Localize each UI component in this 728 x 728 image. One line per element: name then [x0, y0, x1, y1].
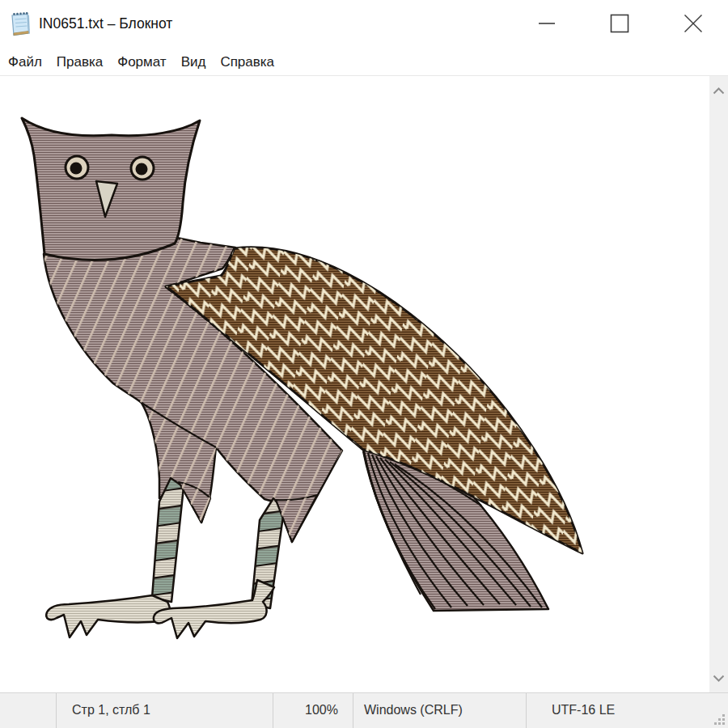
- owl-artwork: [0, 76, 709, 692]
- status-spacer: [0, 693, 56, 728]
- close-icon: [684, 14, 703, 33]
- minimize-icon: [538, 15, 556, 32]
- scroll-up-button[interactable]: [709, 83, 728, 99]
- status-cursor-position: Стр 1, стлб 1: [56, 693, 273, 728]
- menu-edit[interactable]: Правка: [49, 49, 110, 75]
- notepad-icon: [6, 10, 32, 39]
- vertical-scrollbar[interactable]: [709, 76, 728, 692]
- owl-left-eye: [66, 156, 88, 179]
- notepad-window: IN0651.txt – Блокнот Файл Правка Формат …: [0, 0, 728, 728]
- text-area[interactable]: [0, 76, 728, 692]
- title-bar: IN0651.txt – Блокнот: [0, 0, 728, 49]
- status-bar: Стр 1, стлб 1 100% Windows (CRLF) UTF-16…: [0, 692, 728, 728]
- chevron-down-icon: [713, 675, 725, 682]
- chevron-up-icon: [713, 87, 725, 95]
- maximize-icon: [610, 14, 629, 33]
- menu-format[interactable]: Формат: [110, 49, 173, 75]
- owl-right-eye: [131, 157, 154, 180]
- scroll-down-button[interactable]: [709, 670, 728, 686]
- status-encoding-label: UTF-16 LE: [552, 703, 615, 717]
- minimize-button[interactable]: [528, 5, 565, 42]
- status-encoding: UTF-16 LE: [526, 693, 728, 728]
- menu-view[interactable]: Вид: [174, 49, 214, 75]
- menu-help[interactable]: Справка: [213, 49, 281, 75]
- status-line-ending: Windows (CRLF): [353, 693, 526, 728]
- window-title: IN0651.txt – Блокнот: [39, 0, 172, 49]
- maximize-button[interactable]: [601, 5, 638, 42]
- menu-file[interactable]: Файл: [1, 49, 49, 75]
- resize-grip[interactable]: [714, 714, 726, 726]
- owl-head: [22, 118, 200, 260]
- close-button[interactable]: [675, 5, 712, 42]
- menu-bar: Файл Правка Формат Вид Справка: [0, 49, 728, 75]
- status-zoom-level[interactable]: 100%: [273, 693, 353, 728]
